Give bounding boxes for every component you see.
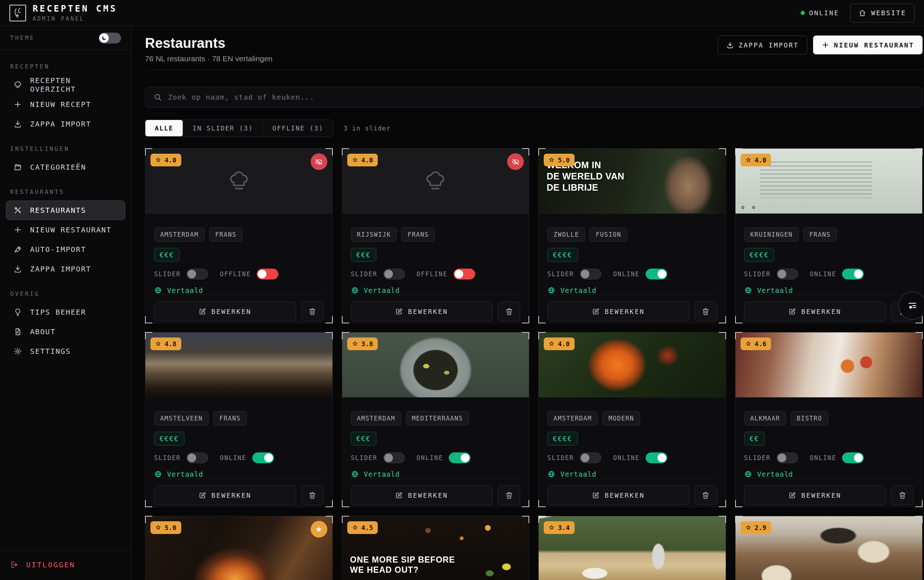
filter-tab-offline-3[interactable]: OFFLINE (3) [263, 120, 333, 136]
delete-button[interactable] [891, 485, 914, 505]
slider-toggle[interactable] [383, 269, 405, 280]
lightbulb-icon [13, 308, 22, 316]
search-input[interactable] [168, 93, 914, 102]
edit-button[interactable]: BEWERKEN [744, 485, 886, 505]
logout-button[interactable]: UITLOGGEN [0, 550, 131, 580]
status-label: OFFLINE [417, 270, 448, 278]
floating-filter-button[interactable] [898, 292, 924, 320]
theme-toggle[interactable] [99, 33, 121, 43]
website-button[interactable]: WEBSITE [850, 3, 914, 23]
online-toggle[interactable] [646, 452, 667, 463]
corner-mark [326, 500, 333, 507]
delete-button[interactable] [301, 302, 324, 321]
delete-button[interactable] [695, 485, 717, 505]
price-badge: €€€ [351, 432, 376, 445]
online-toggle[interactable] [252, 452, 274, 463]
edit-button[interactable]: BEWERKEN [744, 302, 886, 321]
slider-toggle[interactable] [580, 452, 601, 463]
globe-icon [351, 287, 359, 294]
filter-tab-in-slider-3[interactable]: IN SLIDER (3) [183, 120, 263, 136]
translated-label: Vertaald [364, 470, 400, 478]
translated-label: Vertaald [757, 470, 794, 478]
sidebar-item-auto-import[interactable]: AUTO-IMPORT [6, 240, 125, 259]
restaurant-card-caf-wijnbar-t-kantoor: 4.6 Café & Wijnbar 't Kantoor ALKMAAR BI… [735, 332, 923, 507]
slider-toggle[interactable] [580, 269, 601, 280]
sidebar-item-settings[interactable]: SETTINGS [6, 341, 125, 361]
corner-mark [342, 316, 349, 323]
new-restaurant-button[interactable]: NIEUW RESTAURANT [813, 36, 922, 54]
edit-button[interactable]: BEWERKEN [154, 302, 296, 321]
rating-value: 4.0 [755, 156, 767, 164]
filter-tab-alle[interactable]: ALLE [145, 120, 183, 136]
slider-toggle[interactable] [383, 452, 405, 463]
slider-toggle[interactable] [186, 452, 208, 463]
sidebar-item-restaurants[interactable]: RESTAURANTS [6, 201, 125, 220]
restaurant-card-body: Aan de Poel AMSTELVEEN FRANS €€€€ SLIDER… [145, 398, 333, 507]
edit-button[interactable]: BEWERKEN [547, 485, 690, 505]
sidebar-item-label: RESTAURANTS [30, 206, 86, 214]
offline-toggle[interactable] [257, 269, 278, 280]
zappa-import-button[interactable]: ZAPPA IMPORT [718, 36, 807, 54]
globe-icon [744, 287, 752, 294]
online-toggle[interactable] [842, 452, 864, 463]
sidebar-item-recepten-overzicht[interactable]: RECEPTEN OVERZICHT [6, 75, 125, 95]
sidebar-item-categorie-n[interactable]: CATEGORIEËN [6, 157, 125, 177]
edit-button[interactable]: BEWERKEN [351, 485, 493, 505]
restaurant-image: 4.5 ONE MORE SIP BEFOREWE HEAD OUT? [342, 516, 529, 580]
utensils-icon [13, 206, 22, 214]
star-icon [548, 524, 555, 531]
delete-button[interactable] [498, 302, 520, 321]
sidebar-item-about[interactable]: ABOUT [6, 322, 125, 341]
edit-button[interactable]: BEWERKEN [351, 302, 493, 321]
restaurant-image: 4.8 [145, 333, 333, 398]
star-icon [352, 341, 358, 347]
sidebar-item-zappa-import[interactable]: ZAPPA IMPORT [6, 259, 125, 279]
offline-toggle[interactable] [453, 269, 475, 280]
translated-label: Vertaald [364, 287, 400, 294]
slider-toggle[interactable] [776, 269, 798, 280]
sidebar-item-tips-beheer[interactable]: TIPS BEHEER [6, 302, 125, 322]
corner-mark [915, 500, 922, 507]
rating-badge: 3.4 [544, 521, 575, 534]
chef-hat-icon [13, 81, 22, 89]
image-overlay-text: ONE MORE SIP BEFOREWE HEAD OUT? [350, 555, 455, 575]
edit-button[interactable]: BEWERKEN [154, 485, 296, 505]
delete-button[interactable] [695, 302, 717, 321]
rating-badge: 4.0 [347, 154, 378, 166]
restaurant-image: 4.0 [539, 333, 726, 398]
cuisine-tag: MEDITERRAANS [406, 411, 469, 425]
sidebar-item-label: NIEUW RESTAURANT [30, 226, 112, 234]
restaurant-card-body: Ciel Bleu AMSTERDAM FRANS €€€ SLIDER OFF… [145, 214, 333, 323]
online-toggle[interactable] [449, 452, 471, 463]
status-label: ONLINE [810, 270, 836, 278]
restaurant-card-body: Inter Scaldes KRUININGEN FRANS €€€€ SLID… [736, 214, 922, 323]
online-toggle[interactable] [842, 269, 864, 280]
slider-toggle[interactable] [776, 452, 798, 463]
sidebar-item-nieuw-restaurant[interactable]: NIEUW RESTAURANT [6, 220, 125, 240]
trash-icon [505, 491, 513, 499]
edit-icon [592, 491, 600, 499]
corner-mark [719, 332, 726, 339]
restaurant-image: 4.0 [145, 148, 333, 214]
corner-mark [342, 148, 349, 155]
corner-mark [326, 148, 333, 155]
city-tag: ZWOLLE [547, 227, 585, 242]
document-icon [13, 327, 22, 336]
sidebar-section-heading: INSTELLINGEN [0, 139, 131, 157]
edit-button[interactable]: BEWERKEN [547, 302, 690, 321]
online-toggle[interactable] [646, 269, 667, 280]
corner-mark [145, 332, 152, 339]
delete-button[interactable] [498, 485, 520, 505]
translated-label: Vertaald [167, 287, 203, 294]
rating-value: 2.9 [755, 524, 767, 531]
trash-icon [702, 307, 710, 316]
download-icon [13, 265, 22, 274]
edit-label: BEWERKEN [408, 491, 448, 499]
city-tag: AMSTELVEEN [154, 411, 209, 425]
sidebar-item-zappa-import[interactable]: ZAPPA IMPORT [6, 114, 125, 134]
delete-button[interactable] [301, 485, 324, 505]
rating-value: 4.0 [165, 156, 176, 164]
slider-toggle[interactable] [186, 269, 208, 280]
sidebar-item-nieuw-recept[interactable]: NIEUW RECEPT [6, 95, 125, 114]
app-root: { "app": { "title": "RECEPTEN CMS", "sub… [0, 0, 924, 580]
